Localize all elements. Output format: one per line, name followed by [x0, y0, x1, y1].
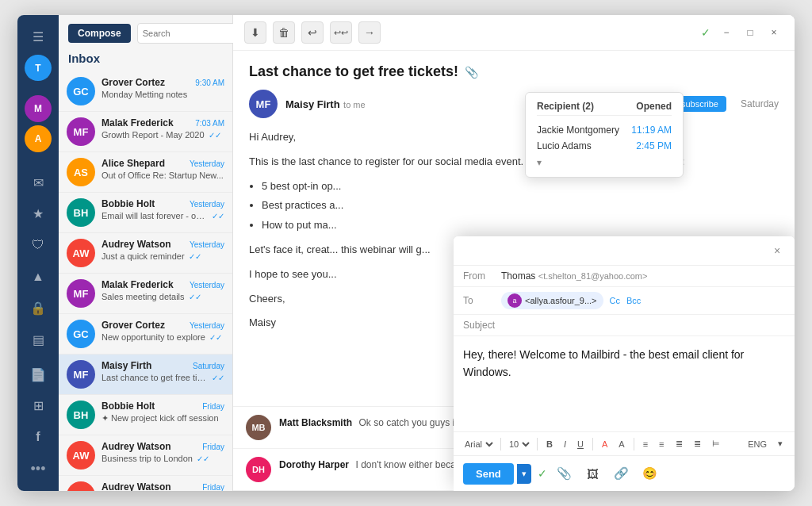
- mail-avatar: MF: [67, 117, 95, 146]
- compose-body-text: Hey, there! Welcome to Mailbird - the be…: [463, 346, 785, 381]
- lang-dropdown[interactable]: ▾: [774, 437, 787, 450]
- mail-item[interactable]: BH Bobbie Holt Yesterday Email will last…: [59, 193, 232, 233]
- bcc-label[interactable]: Bcc: [626, 296, 641, 305]
- align-left-button[interactable]: ≡: [639, 438, 652, 450]
- mail-avatar: BH: [67, 198, 95, 227]
- mail-check-icon: ✓✓: [189, 293, 201, 301]
- compose-close-button[interactable]: ×: [769, 243, 785, 259]
- compose-button[interactable]: Compose: [68, 24, 131, 43]
- contact-avatar-2[interactable]: A: [25, 125, 52, 152]
- font-family-select[interactable]: Arial: [462, 439, 496, 450]
- send-icon[interactable]: ▲: [24, 263, 52, 291]
- list-ul-button[interactable]: ≣: [672, 437, 687, 450]
- star-icon[interactable]: ★: [24, 200, 52, 228]
- bold-button[interactable]: B: [542, 438, 557, 450]
- mail-item[interactable]: MF Malak Frederick Yesterday Sales meeti…: [59, 274, 232, 314]
- mail-item[interactable]: BH Bobbie Holt Friday ✦ New project kick…: [59, 395, 232, 435]
- mail-check-icon: ✓✓: [212, 374, 224, 382]
- italic-button[interactable]: I: [560, 438, 570, 450]
- compose-modal: × From Thomas <t.shelton_81@yahoo.com> T…: [454, 236, 795, 491]
- contact-avatars: M A: [25, 92, 52, 155]
- shield-icon[interactable]: 🛡: [24, 232, 52, 260]
- mail-check-icon: ✓✓: [197, 454, 209, 463]
- reply-button[interactable]: ↩: [301, 21, 324, 44]
- compose-from-value: Thomas <t.shelton_81@yahoo.com>: [501, 270, 785, 282]
- separator-1: [500, 438, 501, 450]
- maximize-button[interactable]: □: [741, 23, 760, 42]
- underline-button[interactable]: U: [573, 438, 588, 450]
- send-button[interactable]: Send: [463, 463, 514, 485]
- compose-body[interactable]: Hey, there! Welcome to Mailbird - the be…: [454, 336, 795, 431]
- mail-sender: Audrey Watson: [102, 239, 171, 250]
- insert-image-button[interactable]: 🖼: [582, 462, 604, 485]
- mail-item[interactable]: MF Maisy Firth Saturday Last chance to g…: [59, 355, 232, 395]
- main-panel: ⬇ 🗑 ↩ ↩↩ → ✓ − □ × Last chance to get fr…: [233, 15, 795, 491]
- apps-icon[interactable]: ⊞: [24, 392, 52, 420]
- download-button[interactable]: ⬇: [244, 21, 266, 44]
- mail-sender: Audrey Watson: [102, 481, 171, 491]
- send-dropdown-button[interactable]: ▾: [517, 464, 531, 484]
- mail-item[interactable]: AW Audrey Watson Friday London - Flight …: [59, 476, 232, 491]
- mail-subject: Out of Office Re: Startup New...: [102, 171, 224, 180]
- reply-all-button[interactable]: ↩↩: [330, 21, 352, 44]
- recipient-row-1: Jackie Montgomery 11:19 AM: [537, 122, 672, 138]
- mail-sender: Malak Frederick: [102, 117, 174, 128]
- insert-link-button[interactable]: 🔗: [611, 462, 633, 485]
- mail-subject: Email will last forever - online...: [102, 211, 208, 220]
- lang-select[interactable]: ENG: [744, 438, 771, 450]
- mail-item-content: Bobbie Holt Friday ✦ New project kick of…: [102, 401, 224, 424]
- compose-subject-field[interactable]: Subject: [454, 315, 795, 336]
- compose-to-field[interactable]: To a <allya.asfour_9...> Cc Bcc: [454, 287, 795, 315]
- minimize-button[interactable]: −: [717, 23, 736, 42]
- highlight-button[interactable]: A: [615, 438, 628, 450]
- thread-sender-2: Dorothy Harper: [279, 459, 349, 470]
- mail-avatar: AW: [67, 441, 95, 470]
- lock-icon[interactable]: 🔒: [24, 294, 52, 323]
- recipient-name-1: Jackie Montgomery: [537, 125, 619, 136]
- recipients-dropdown-icon[interactable]: ▾: [537, 157, 542, 168]
- mail-subject: ✦ New project kick off session: [102, 413, 219, 424]
- compose-subject-label: Subject: [463, 320, 495, 331]
- indent-button[interactable]: ⊨: [708, 437, 724, 450]
- attach-file-button[interactable]: 📎: [553, 462, 576, 485]
- mail-time: 7:03 AM: [195, 119, 224, 128]
- draft-icon[interactable]: 📄: [24, 360, 52, 389]
- font-size-select[interactable]: 10: [506, 439, 532, 450]
- mail-item[interactable]: AW Audrey Watson Friday Business trip to…: [59, 435, 232, 476]
- hamburger-icon[interactable]: ☰: [24, 23, 52, 52]
- mail-item[interactable]: GC Grover Cortez 9:30 AM Monday Metting …: [59, 71, 232, 112]
- font-color-button[interactable]: A: [598, 438, 611, 450]
- forward-button[interactable]: →: [358, 21, 381, 44]
- social-icon[interactable]: f: [24, 424, 52, 452]
- more-icon[interactable]: •••: [24, 454, 52, 483]
- insert-emoji-button[interactable]: 😊: [639, 462, 661, 485]
- align-center-button[interactable]: ≡: [655, 438, 668, 450]
- mail-subject: New opportunity to explore: [102, 332, 205, 342]
- mail-item-top: Grover Cortez 9:30 AM: [102, 77, 224, 88]
- sender-avatar: MF: [249, 90, 278, 118]
- bullet-3: How to put ma...: [262, 217, 779, 234]
- separator-2: [537, 438, 538, 450]
- recipients-col1: Recipient (2): [537, 101, 594, 112]
- mail-item-top: Audrey Watson Yesterday: [102, 239, 224, 250]
- cc-label[interactable]: Cc: [610, 296, 620, 305]
- mail-item[interactable]: AS Alice Shepard Yesterday Out of Office…: [59, 152, 232, 193]
- contact-avatar-1[interactable]: M: [25, 95, 52, 122]
- close-button[interactable]: ×: [764, 23, 783, 42]
- sender-name: Maisy Firth: [285, 98, 340, 110]
- trash-button[interactable]: 🗑: [273, 21, 295, 44]
- mail-sender: Grover Cortez: [102, 320, 165, 331]
- user-avatar[interactable]: T: [25, 55, 52, 82]
- mail-item-content: Alice Shepard Yesterday Out of Office Re…: [102, 158, 224, 180]
- mail-item[interactable]: MF Malak Frederick 7:03 AM Growth Report…: [59, 112, 232, 152]
- attachment-icon: 📎: [465, 66, 478, 79]
- mail-item[interactable]: GC Grover Cortez Yesterday New opportuni…: [59, 314, 232, 355]
- folder-icon[interactable]: ▤: [24, 326, 52, 355]
- email-subject: Last chance to get free tickets!: [249, 63, 458, 80]
- list-ol-button[interactable]: ≣: [690, 437, 705, 450]
- mail-time: 9:30 AM: [195, 79, 224, 87]
- mail-item[interactable]: AW Audrey Watson Yesterday Just a quick …: [59, 233, 232, 274]
- sidebar: ☰ T M A ✉ ★ 🛡 ▲ 🔒 ▤ 📄 ⊞ f •••: [17, 15, 59, 491]
- mail-avatar: GC: [67, 320, 95, 348]
- inbox-icon[interactable]: ✉: [24, 168, 52, 197]
